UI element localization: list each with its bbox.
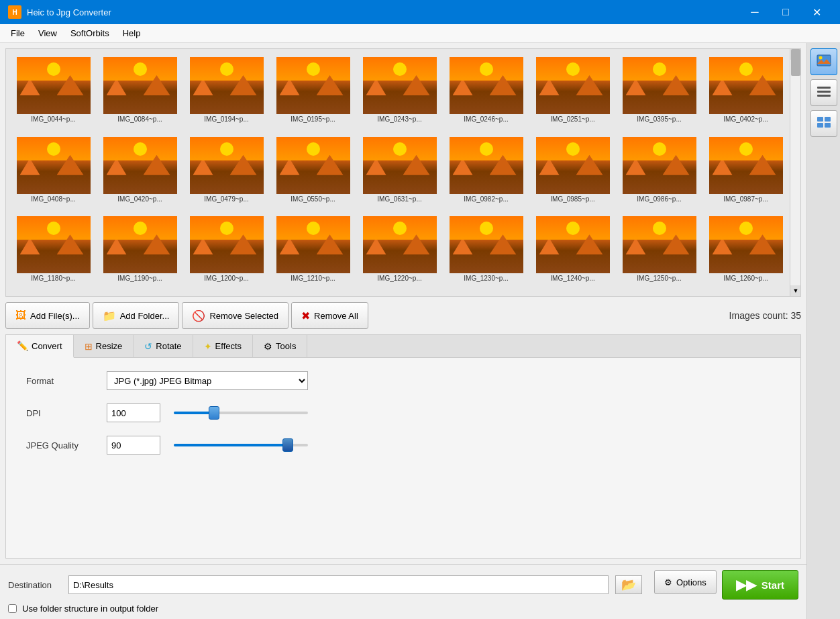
add-files-button[interactable]: 🖼 Add File(s)...	[5, 302, 90, 329]
scrollbar-vertical[interactable]: ▲ ▼	[790, 49, 800, 296]
thumbnail-item[interactable]: IMG_1230~p...	[444, 213, 528, 291]
scroll-down-arrow[interactable]: ▼	[790, 285, 801, 296]
thumbnail-item[interactable]: IMG_0246~p...	[444, 54, 528, 132]
use-folder-structure-label[interactable]: Use folder structure in output folder	[22, 604, 158, 614]
thumbnail-item[interactable]: IMG_0982~p...	[444, 134, 528, 211]
rotate-icon: ↺	[144, 341, 152, 352]
thumbnail-item[interactable]: IMG_0420~p...	[98, 134, 182, 211]
folder-structure-row: Use folder structure in output folder	[8, 604, 798, 614]
dpi-slider-track[interactable]	[174, 412, 308, 414]
thumbnail-item[interactable]: IMG_0395~p...	[617, 54, 701, 132]
thumbnail-item[interactable]: IMG_0243~p...	[358, 54, 441, 132]
thumb-label: IMG_0631~p...	[377, 195, 421, 203]
thumbnail-item[interactable]: IMG_1210~p...	[271, 213, 355, 291]
use-folder-structure-checkbox[interactable]	[8, 604, 17, 613]
maximize-button[interactable]: □	[770, 0, 801, 24]
tab-rotate[interactable]: ↺ Rotate	[134, 335, 193, 357]
remove-selected-icon: 🚫	[192, 310, 205, 322]
destination-input[interactable]	[68, 575, 609, 594]
title-bar: H Heic to Jpg Converter ─ □ ✕	[0, 0, 840, 24]
thumb-sun	[307, 222, 320, 235]
thumb-label: IMG_1200~p...	[204, 275, 248, 282]
thumbnail-item[interactable]: IMG_0251~p...	[531, 54, 615, 132]
destination-label: Destination	[8, 580, 62, 590]
thumbnail-item[interactable]: IMG_0084~p...	[98, 54, 182, 132]
thumbnail-item[interactable]: IMG_1220~p...	[358, 213, 441, 291]
tab-tools[interactable]: ⚙ Tools	[253, 335, 307, 357]
thumbnail-item[interactable]: IMG_0402~p...	[704, 54, 788, 132]
thumb-inner	[536, 137, 610, 194]
tab-convert[interactable]: ✏️ Convert	[6, 335, 74, 358]
jpeg-quality-input[interactable]	[107, 436, 160, 455]
thumbnail-item[interactable]: IMG_1190~p...	[98, 213, 182, 291]
thumb-sun	[393, 142, 407, 156]
convert-icon: ✏️	[17, 340, 28, 351]
destination-browse-button[interactable]: 📂	[615, 575, 642, 594]
dpi-input[interactable]	[107, 403, 160, 422]
list-view-button[interactable]	[810, 79, 837, 106]
thumbnail-item[interactable]: IMG_0194~p...	[185, 54, 268, 132]
thumbnail-item[interactable]: IMG_1260~p...	[704, 213, 788, 291]
add-folder-button[interactable]: 📁 Add Folder...	[93, 302, 180, 329]
thumb-label: IMG_0044~p...	[31, 115, 75, 123]
thumb-image	[536, 137, 610, 194]
scroll-thumb[interactable]	[791, 49, 800, 76]
thumb-label: IMG_0402~p...	[723, 115, 768, 123]
menu-file[interactable]: File	[5, 27, 30, 40]
thumb-sun	[480, 62, 493, 76]
thumb-image	[190, 137, 264, 194]
thumb-inner	[276, 216, 350, 273]
remove-all-button[interactable]: ✖ Remove All	[291, 302, 368, 329]
thumbnail-item[interactable]: IMG_1240~p...	[531, 213, 615, 291]
thumb-sun	[480, 142, 493, 156]
close-button[interactable]: ✕	[801, 0, 832, 24]
thumb-sun	[134, 142, 147, 156]
thumb-image	[363, 57, 437, 114]
bottom-bar: Destination 📂 ⚙ Options ▶▶ Start	[0, 564, 806, 619]
add-files-icon: 🖼	[15, 310, 26, 322]
menu-softorbits[interactable]: SoftOrbits	[65, 27, 115, 40]
menu-view[interactable]: View	[33, 27, 62, 40]
thumbnail-item[interactable]: IMG_0195~p...	[271, 54, 355, 132]
thumb-sun	[220, 142, 233, 156]
add-folder-label: Add Folder...	[120, 311, 170, 321]
jpeg-quality-slider-thumb[interactable]	[282, 438, 293, 452]
thumbnail-item[interactable]: IMG_0985~p...	[531, 134, 615, 211]
jpeg-quality-slider-container	[174, 444, 308, 446]
thumbnail-item[interactable]: IMG_0408~p...	[11, 134, 95, 211]
svg-rect-5	[817, 95, 831, 97]
thumb-sun	[393, 222, 407, 235]
jpeg-quality-slider-track[interactable]	[174, 444, 308, 446]
thumbnail-item[interactable]: IMG_0986~p...	[617, 134, 701, 211]
tab-resize[interactable]: ⊞ Resize	[74, 335, 134, 357]
format-select[interactable]: JPG (*.jpg) JPEG Bitmap PNG (*.png) BMP …	[107, 371, 308, 390]
format-label: Format	[26, 376, 93, 386]
start-button[interactable]: ▶▶ Start	[722, 570, 798, 600]
minimize-button[interactable]: ─	[739, 0, 770, 24]
thumb-inner	[623, 137, 696, 194]
svg-rect-9	[825, 123, 831, 128]
tab-effects[interactable]: ✦ Effects	[193, 335, 254, 357]
thumbnail-item[interactable]: IMG_0479~p...	[185, 134, 268, 211]
dpi-slider-thumb[interactable]	[209, 406, 219, 420]
thumb-label: IMG_0251~p...	[550, 115, 594, 123]
thumbnail-item[interactable]: IMG_0044~p...	[11, 54, 95, 132]
thumbnail-item[interactable]: IMG_1250~p...	[617, 213, 701, 291]
thumbnail-item[interactable]: IMG_1200~p...	[185, 213, 268, 291]
browse-icon: 📂	[621, 577, 636, 592]
thumb-sun	[220, 62, 233, 76]
images-count: Images count: 35	[729, 310, 801, 321]
thumbnail-view-button[interactable]	[810, 48, 837, 75]
thumbnail-item[interactable]: IMG_0550~p...	[271, 134, 355, 211]
options-button[interactable]: ⚙ Options	[654, 570, 717, 594]
thumbnail-item[interactable]: IMG_0987~p...	[704, 134, 788, 211]
remove-selected-button[interactable]: 🚫 Remove Selected	[182, 302, 288, 329]
thumbnail-item[interactable]: IMG_0631~p...	[358, 134, 441, 211]
thumb-inner	[536, 57, 610, 114]
convert-form: Format JPG (*.jpg) JPEG Bitmap PNG (*.pn…	[6, 358, 800, 468]
file-toolbar: 🖼 Add File(s)... 📁 Add Folder... 🚫 Remov…	[0, 297, 806, 334]
menu-help[interactable]: Help	[117, 27, 146, 40]
grid-view-button[interactable]	[810, 110, 837, 137]
thumbnail-item[interactable]: IMG_1180~p...	[11, 213, 95, 291]
thumb-sun	[480, 222, 493, 235]
